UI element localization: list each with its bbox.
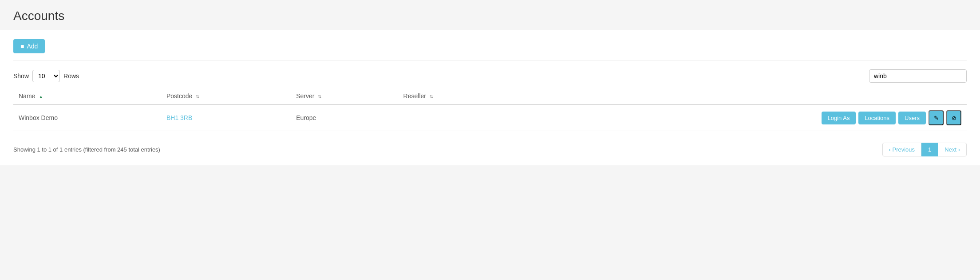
col-server-label: Server bbox=[296, 92, 314, 100]
col-reseller-label: Reseller bbox=[403, 92, 426, 100]
disable-icon: ⊘ bbox=[952, 115, 956, 121]
table-header-row: Name ▲ Postcode ⇅ Server ⇅ Reseller ⇅ bbox=[13, 88, 967, 104]
add-button[interactable]: ■ Add bbox=[13, 39, 45, 53]
page-title: Accounts bbox=[13, 9, 967, 23]
search-input[interactable] bbox=[869, 69, 967, 83]
rows-label: Rows bbox=[63, 72, 79, 80]
page-1-button[interactable]: 1 bbox=[921, 143, 938, 156]
col-server[interactable]: Server ⇅ bbox=[291, 88, 398, 104]
cell-actions: Login As Locations Users ✎ ⊘ bbox=[518, 104, 967, 131]
col-actions bbox=[518, 88, 967, 104]
postcode-link[interactable]: BH1 3RB bbox=[166, 114, 192, 121]
col-name-label: Name bbox=[19, 92, 35, 100]
edit-button[interactable]: ✎ bbox=[929, 110, 944, 125]
cell-postcode: BH1 3RB bbox=[161, 104, 291, 131]
col-postcode[interactable]: Postcode ⇅ bbox=[161, 88, 291, 104]
table-footer: Showing 1 to 1 of 1 entries (filtered fr… bbox=[13, 138, 967, 156]
add-button-label: Add bbox=[27, 43, 38, 50]
plus-icon: ■ bbox=[20, 43, 24, 50]
col-name[interactable]: Name ▲ bbox=[13, 88, 161, 104]
show-rows-control: Show 10 25 50 100 Rows bbox=[13, 70, 79, 82]
cell-name: Winbox Demo bbox=[13, 104, 161, 131]
col-postcode-label: Postcode bbox=[166, 92, 192, 100]
next-button[interactable]: Next › bbox=[938, 143, 967, 156]
sort-updown-icon: ⇅ bbox=[196, 94, 199, 99]
users-button[interactable]: Users bbox=[898, 112, 926, 124]
sort-asc-icon: ▲ bbox=[39, 94, 43, 99]
row-actions: Login As Locations Users ✎ ⊘ bbox=[524, 110, 961, 125]
table-row: Winbox Demo BH1 3RB Europe Login As Loca… bbox=[13, 104, 967, 131]
toolbar: ■ Add bbox=[13, 39, 967, 60]
pagination: ‹ Previous 1 Next › bbox=[882, 143, 967, 156]
locations-button[interactable]: Locations bbox=[858, 112, 896, 124]
sort-updown-icon-2: ⇅ bbox=[318, 94, 321, 99]
disable-button[interactable]: ⊘ bbox=[946, 110, 961, 125]
edit-icon: ✎ bbox=[934, 115, 939, 121]
previous-button[interactable]: ‹ Previous bbox=[882, 143, 922, 156]
table-controls: Show 10 25 50 100 Rows bbox=[13, 69, 967, 83]
cell-server: Europe bbox=[291, 104, 398, 131]
col-reseller[interactable]: Reseller ⇅ bbox=[398, 88, 518, 104]
rows-per-page-select[interactable]: 10 25 50 100 bbox=[32, 70, 60, 82]
show-label: Show bbox=[13, 72, 29, 80]
sort-updown-icon-3: ⇅ bbox=[430, 94, 433, 99]
cell-reseller bbox=[398, 104, 518, 131]
entries-info: Showing 1 to 1 of 1 entries (filtered fr… bbox=[13, 146, 160, 153]
login-as-button[interactable]: Login As bbox=[822, 112, 856, 124]
accounts-table: Name ▲ Postcode ⇅ Server ⇅ Reseller ⇅ bbox=[13, 88, 967, 131]
